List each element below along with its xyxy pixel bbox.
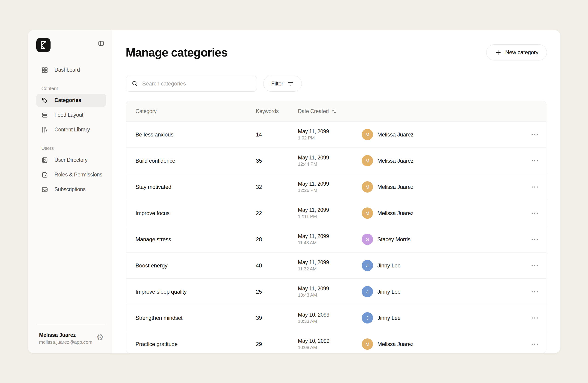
search-icon [131,80,138,87]
ellipsis-icon [531,317,538,319]
ellipsis-icon [531,186,538,188]
new-category-button[interactable]: New category [486,44,547,61]
cell-actions [523,131,546,138]
avatar: M [362,181,373,192]
avatar: M [362,155,373,166]
cell-actions [523,210,546,216]
sidebar-item-label: Roles & Permissions [54,172,102,178]
table-row[interactable]: Be less anxious14May 11, 20991:02 PMMMel… [126,121,546,148]
cell-date-created: May 11, 209911:48 AM [298,233,362,246]
avatar: J [362,286,373,297]
row-menu-button[interactable] [529,210,541,216]
cell-date-created: May 11, 209912:11 PM [298,207,362,220]
cell-keywords: 39 [256,315,298,321]
time-text: 11:48 AM [298,240,362,246]
sidebar-item-content-library[interactable]: Content Library [36,123,106,136]
sidebar-item-feed-layout[interactable]: Feed Layout [36,108,106,122]
date-text: May 11, 2099 [298,128,362,135]
main-content: Manage categories New category Filter [112,30,560,353]
cell-owner: JJinny Lee [362,286,523,297]
time-text: 11:32 AM [298,266,362,272]
cell-owner: MMelissa Juarez [362,129,523,140]
cell-actions [523,236,546,243]
table-row[interactable]: Build confidence35May 11, 209912:44 PMMM… [126,148,546,174]
page-header: Manage categories New category [126,44,547,61]
time-text: 12:11 PM [298,213,362,220]
owner-name: Melissa Juarez [377,210,413,216]
cell-actions [523,289,546,295]
cell-keywords: 14 [256,131,298,138]
avatar: M [362,129,373,140]
row-menu-button[interactable] [529,262,541,269]
date-text: May 11, 2099 [298,233,362,240]
sidebar-item-categories[interactable]: Categories [36,94,106,107]
cell-keywords: 22 [256,210,298,216]
user-directory-icon [41,157,48,164]
table-row[interactable]: Stay motivated32May 11, 209912:26 PMMMel… [126,174,546,200]
sidebar-collapse-button[interactable] [96,38,106,48]
sidebar-item-subscriptions[interactable]: Subscriptions [36,183,106,196]
table-row[interactable]: Boost energy40May 11, 209911:32 AMJJinny… [126,252,546,278]
cell-actions [523,158,546,164]
sidebar-item-user-directory[interactable]: User Directory [36,153,106,167]
sidebar: Dashboard Content Categories Feed Layout [28,30,112,353]
table-row[interactable]: Improve sleep quality25May 11, 209910:43… [126,278,546,305]
row-menu-button[interactable] [529,315,541,321]
table-header-row: Category Keywords Date Created [126,101,546,121]
categories-table: Category Keywords Date Created Be less a… [126,101,546,353]
table-row[interactable]: Strengthen mindset39May 10, 209910:33 AM… [126,305,546,331]
cell-date-created: May 11, 209910:43 AM [298,285,362,298]
owner-name: Jinny Lee [377,289,400,295]
settings-button[interactable]: ⚙ [96,333,104,341]
cell-keywords: 32 [256,184,298,190]
date-text: May 10, 2099 [298,311,362,318]
search-input[interactable] [142,80,251,87]
owner-name: Melissa Juarez [377,341,413,347]
date-created-label: Date Created [298,108,329,114]
cell-date-created: May 10, 209910:33 AM [298,311,362,324]
time-text: 12:26 PM [298,187,362,193]
cell-category: Manage stress [126,236,256,243]
sidebar-section-users: Users [41,145,106,151]
cell-date-created: May 11, 209911:32 AM [298,259,362,272]
row-menu-button[interactable] [529,236,541,243]
time-text: 12:44 PM [298,161,362,167]
table-row[interactable]: Manage stress28May 11, 209911:48 AMSStac… [126,226,546,252]
table-row[interactable]: Improve focus22May 11, 209912:11 PMMMeli… [126,200,546,226]
column-header-date-created[interactable]: Date Created [298,108,362,114]
sidebar-item-roles-permissions[interactable]: Roles & Permissions [36,168,106,181]
date-text: May 10, 2099 [298,338,362,344]
time-text: 1:02 PM [298,135,362,141]
app-window: Dashboard Content Categories Feed Layout [28,30,560,353]
owner-name: Jinny Lee [377,262,400,269]
filter-button[interactable]: Filter [263,76,302,92]
row-menu-button[interactable] [529,158,541,164]
row-menu-button[interactable] [529,289,541,295]
sidebar-item-label: Subscriptions [54,186,85,192]
cell-keywords: 29 [256,341,298,347]
cell-category: Stay motivated [126,184,256,190]
cell-date-created: May 11, 209912:26 PM [298,180,362,193]
library-icon [41,126,48,133]
sidebar-item-dashboard[interactable]: Dashboard [36,64,106,77]
cell-category: Practice gratitude [126,341,256,347]
sidebar-item-label: Categories [54,97,81,103]
owner-name: Jinny Lee [377,315,400,321]
cell-actions [523,262,546,269]
row-menu-button[interactable] [529,184,541,190]
row-menu-button[interactable] [529,341,541,347]
filter-label: Filter [271,80,283,87]
ellipsis-icon [531,291,538,293]
date-text: May 11, 2099 [298,259,362,266]
date-text: May 11, 2099 [298,285,362,292]
cell-date-created: May 11, 209912:44 PM [298,154,362,167]
user-info: Melissa Juarez melissa.juarez@app.com [39,331,92,345]
table-row[interactable]: Practice gratitude29May 10, 209910:08 AM… [126,331,546,353]
cell-owner: MMelissa Juarez [362,339,523,350]
row-menu-button[interactable] [529,131,541,138]
avatar: J [362,312,373,323]
ellipsis-icon [531,212,538,214]
owner-name: Melissa Juarez [377,131,413,138]
cell-category: Boost energy [126,262,256,269]
cell-date-created: May 10, 209910:08 AM [298,338,362,351]
